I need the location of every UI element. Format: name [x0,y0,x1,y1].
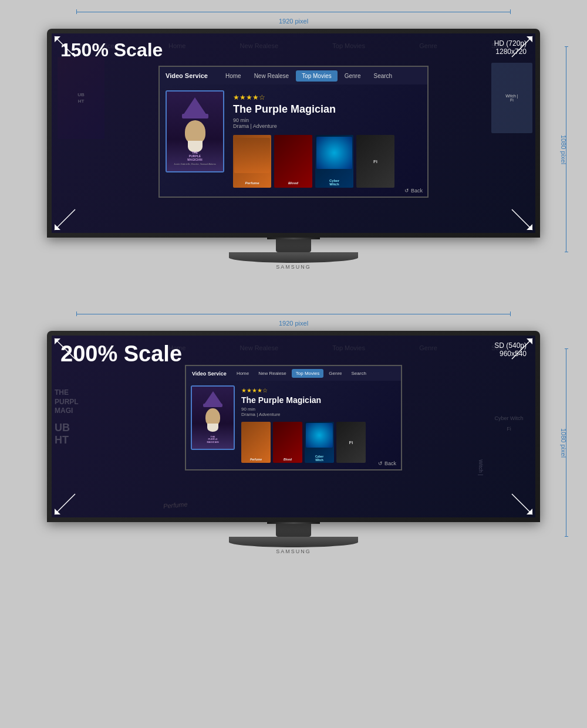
featured-title-2: The Purple Magician [241,395,394,405]
width-label-2: 1920 pixel [279,320,308,327]
app-brand-2: Video Service [192,371,227,377]
star-rating-1: ★★★★☆ [233,93,419,101]
tv-bezel-2: THEPURPLMAGI UBHT Cyber WitchFi Witch | … [47,331,540,522]
thumb-perfume-2[interactable]: Perfume [241,422,271,463]
tv-stand-1: SAMSUNG [47,238,540,270]
featured-title-1: The Purple Magician [233,103,419,116]
tv-screen-1: UBHT Witch |Fi ideo Service Home New Rea… [52,33,535,233]
featured-info-1: ★★★★☆ The Purple Magician 90 min Drama |… [230,90,421,191]
thumb-five-1[interactable]: Fi [356,135,394,188]
scale-label-1: 150% Scale [60,39,163,61]
nav-top-1[interactable]: Top Movies [296,70,338,82]
back-button-2[interactable]: ↺ Back [378,460,396,466]
app-ui-1: Video Service Home New Realese Top Movie… [158,66,429,198]
featured-meta-1: 90 min Drama | Adventure [233,117,419,129]
tv-bezel-1: UBHT Witch |Fi ideo Service Home New Rea… [47,29,540,238]
tv-monitor-1: 1080 pixel UBHT Witch |Fi [47,29,540,270]
featured-poster-2: THEPURPLEMAGICIAN [191,385,235,450]
thumb-blood-2[interactable]: Blood [273,422,302,463]
nav-search-2[interactable]: Search [348,369,370,378]
star-rating-2: ★★★★☆ [241,387,394,394]
width-label-1: 1920 pixel [279,18,308,25]
height-label-1: 1080 pixel [560,134,567,164]
featured-poster-1: THEPURPLEMAGICIAN Justin Gabrielle, Broo… [166,90,224,172]
samsung-logo-1: SAMSUNG [47,264,540,270]
thumb-five-2[interactable]: Fi [336,422,366,463]
app-content-2: THEPURPLEMAGICIAN ★★★★☆ The Purple Magic… [186,381,401,469]
nav-home-1[interactable]: Home [220,70,247,82]
tv-stand-2: SAMSUNG [47,522,540,554]
height-label-2: 1080 pixel [560,428,567,457]
samsung-logo-2: SAMSUNG [47,548,540,554]
movie-thumbnails-1: Perfume Blood CyberWitch [233,135,419,188]
thumb-cyber-2[interactable]: CyberWitch [305,422,334,463]
app-brand-1: Video Service [166,72,208,79]
thumb-blood-1[interactable]: Blood [274,135,312,188]
resolution-label-2: SD (540p) 960x540 [494,341,527,358]
nav-new-2[interactable]: New Realese [254,369,291,378]
app-nav-2: Video Service Home New Realese Top Movie… [186,366,401,381]
nav-search-1[interactable]: Search [368,70,399,82]
nav-genre-2[interactable]: Genre [325,369,346,378]
thumb-perfume-1[interactable]: Perfume [233,135,271,188]
tv-screen-2: THEPURPLMAGI UBHT Cyber WitchFi Witch | … [52,336,535,517]
app-nav-1: Video Service Home New Realese Top Movie… [160,67,427,84]
section-150-scale: 1920 pixel 1080 pixel UBHT [0,0,587,282]
featured-meta-2: 90 min Drama | Adventure [241,407,394,417]
app-content-1: THEPURPLEMAGICIAN Justin Gabrielle, Broo… [160,84,427,197]
scale-label-2: 200% Scale [60,341,182,367]
app-ui-2: Video Service Home New Realese Top Movie… [185,365,402,470]
featured-info-2: ★★★★☆ The Purple Magician 90 min Drama |… [239,385,396,465]
thumb-cyber-1[interactable]: CyberWitch [315,135,353,188]
nav-home-2[interactable]: Home [232,369,253,378]
tv-monitor-2: 1080 pixel THEPURPLMAGI UBHT Cyber Witch… [47,331,540,554]
back-button-1[interactable]: ↺ Back [404,188,423,194]
nav-genre-1[interactable]: Genre [339,70,367,82]
section-200-scale: 1920 pixel 1080 pixel THEPURPLMAGI [0,305,587,566]
section-divider [0,282,587,305]
nav-top-2[interactable]: Top Movies [292,369,323,378]
resolution-label-1: HD (720p) 1280x720 [494,39,527,56]
movie-thumbnails-2: Perfume Blood CyberWitch [241,422,394,463]
nav-new-1[interactable]: New Realese [248,70,295,82]
